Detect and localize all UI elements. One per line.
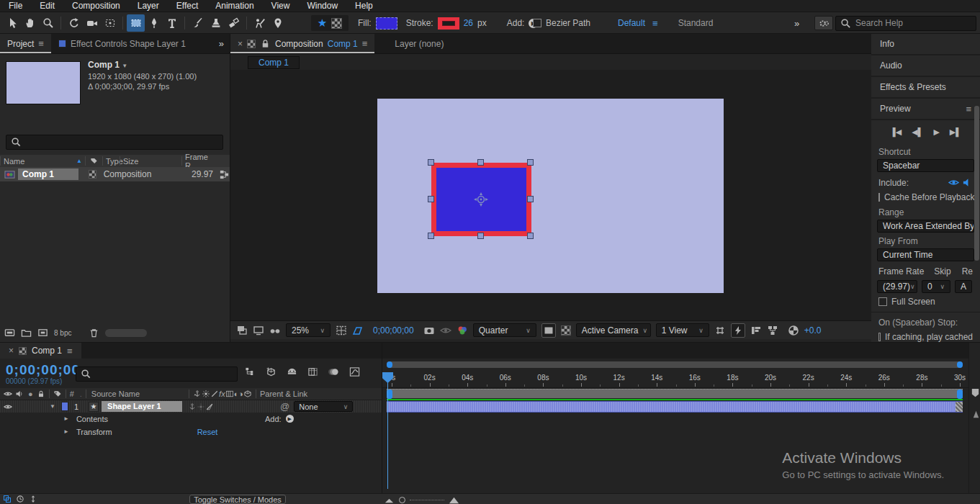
menu-item-layer[interactable]: Layer xyxy=(129,0,168,12)
help-search-input[interactable] xyxy=(855,18,971,28)
pen-tool[interactable] xyxy=(145,14,163,32)
handle-bottom-left[interactable] xyxy=(428,233,434,239)
channels-icon[interactable] xyxy=(457,325,468,336)
label-column-tag-icon[interactable] xyxy=(85,156,102,166)
panel-info-header[interactable]: Info xyxy=(871,34,980,54)
comp-flowchart-icon[interactable] xyxy=(767,325,778,336)
toggle-switches-modes-button[interactable]: Toggle Switches / Modes xyxy=(189,495,286,504)
frame-rate-dropdown[interactable]: (29.97)∨ xyxy=(877,280,917,293)
video-column-eye-icon[interactable] xyxy=(4,390,12,398)
timeline-button-icon[interactable] xyxy=(750,325,762,336)
expand-layer-pane-icon[interactable] xyxy=(3,495,12,503)
layer-collapse-icon[interactable] xyxy=(197,402,205,411)
include-video-eye-icon[interactable] xyxy=(948,177,959,188)
first-frame-button[interactable]: ▐◀ xyxy=(890,127,902,137)
fill-label[interactable]: Fill: xyxy=(358,18,372,28)
layer-quality-icon[interactable] xyxy=(205,402,214,411)
tab-timeline-comp1[interactable]: × Comp 1 ≡ xyxy=(0,343,81,359)
add-property-icon[interactable]: ▶ xyxy=(286,415,294,423)
selection-tool[interactable] xyxy=(3,14,21,32)
number-column-label[interactable]: # xyxy=(70,390,74,398)
camera-tool[interactable] xyxy=(83,14,101,32)
handle-top-center[interactable] xyxy=(477,159,484,166)
layer-duration-bar[interactable] xyxy=(387,401,963,413)
project-search-input[interactable] xyxy=(26,138,218,148)
timeline-horizontal-scrollbar[interactable] xyxy=(387,361,963,368)
zoom-out-mountain-icon[interactable] xyxy=(384,495,395,504)
comp-button-icon[interactable] xyxy=(971,409,980,420)
close-icon[interactable]: × xyxy=(9,346,14,356)
preview-resolution-dropdown[interactable]: A xyxy=(955,280,972,293)
work-area-end-handle[interactable] xyxy=(957,390,963,399)
handle-top-left[interactable] xyxy=(428,159,434,166)
layer-name[interactable]: Shape Layer 1 xyxy=(102,401,182,412)
puppet-pin-tool[interactable] xyxy=(269,14,287,32)
brush-tool[interactable] xyxy=(189,14,207,32)
frame-blending-icon[interactable] xyxy=(307,366,318,377)
layer-visibility-eye-icon[interactable] xyxy=(4,402,12,411)
if-caching-checkbox[interactable] xyxy=(878,333,881,341)
grid-guides-icon[interactable] xyxy=(336,325,347,336)
zoom-in-mountain-icon[interactable] xyxy=(449,495,459,504)
flowchart-icon[interactable] xyxy=(219,169,230,180)
layer-expand-icon[interactable]: ▼ xyxy=(50,403,55,410)
panel-effects-presets-header[interactable]: Effects & Presets xyxy=(871,77,980,97)
transparency-checker-icon[interactable] xyxy=(331,18,342,29)
lock-icon[interactable] xyxy=(260,38,271,49)
menu-item-help[interactable]: Help xyxy=(346,0,382,12)
magnification-dropdown[interactable]: 25%∨ xyxy=(286,323,331,337)
new-folder-icon[interactable] xyxy=(21,328,32,338)
resolution-dropdown[interactable]: Quarter∨ xyxy=(473,323,536,337)
current-timecode[interactable]: 0;00;00;00 xyxy=(6,362,80,378)
stroke-label[interactable]: Stroke: xyxy=(406,18,433,28)
view-layout-dropdown[interactable]: 1 View∨ xyxy=(656,323,709,337)
table-row-comp1[interactable]: Comp 1 Composition 29.97 xyxy=(0,167,230,181)
handle-bottom-center[interactable] xyxy=(477,233,484,239)
comp-sub-tab[interactable]: Comp 1 xyxy=(248,56,300,69)
row-comp-name[interactable]: Comp 1 xyxy=(18,168,78,180)
menu-item-animation[interactable]: Animation xyxy=(207,0,262,12)
panel-menu-icon[interactable]: ≡ xyxy=(38,38,44,49)
time-ruler[interactable]: 0s02s04s06s08s10s12s14s16s18s20s22s24s26… xyxy=(382,372,968,388)
layer-bar-end-cap[interactable] xyxy=(956,402,963,412)
workspace-default-tab[interactable]: Default xyxy=(618,18,645,28)
show-snapshot-icon[interactable] xyxy=(440,325,451,336)
pan-behind-tool[interactable] xyxy=(101,14,119,32)
stroke-width-value[interactable]: 26 xyxy=(464,18,473,28)
menu-item-edit[interactable]: Edit xyxy=(31,0,63,12)
star-icon[interactable]: ★ xyxy=(318,17,327,30)
bit-depth-label[interactable]: 8 bpc xyxy=(54,329,71,337)
panel-preview-header[interactable]: Preview ≡ xyxy=(871,99,980,119)
source-name-column-label[interactable]: Source Name xyxy=(91,390,140,398)
close-icon[interactable]: × xyxy=(238,39,243,49)
menu-item-file[interactable]: File xyxy=(0,0,31,12)
audio-column-speaker-icon[interactable] xyxy=(15,390,24,398)
view-dropdown[interactable]: Active Camera∨ xyxy=(576,323,651,337)
contents-expand-icon[interactable]: ► xyxy=(63,415,69,422)
include-audio-speaker-icon[interactable] xyxy=(962,177,973,188)
comp-canvas[interactable] xyxy=(377,99,724,293)
label-column-tag-icon[interactable] xyxy=(53,390,62,398)
tab-composition[interactable]: × Composition Comp 1 ≡ xyxy=(230,34,374,53)
layer-row-shape-layer-1[interactable]: ▼ 1 ★ Shape Layer 1 @ None ∨ xyxy=(0,400,382,413)
layer-label-chip[interactable] xyxy=(61,402,68,411)
comp-name[interactable]: Comp 1 xyxy=(88,60,120,70)
comp-name-dropdown-icon[interactable]: ▼ xyxy=(122,63,127,69)
workspace-settings-icon[interactable] xyxy=(814,16,833,30)
sidebar-scrollbar[interactable] xyxy=(974,106,979,261)
stroke-swatch[interactable] xyxy=(438,17,459,30)
handle-top-right[interactable] xyxy=(527,159,534,166)
solo-column-icon[interactable]: ● xyxy=(28,390,33,398)
exposure-value[interactable]: +0.0 xyxy=(804,325,822,336)
column-header-type[interactable]: Type xyxy=(102,156,120,166)
transform-row[interactable]: ► Transform Reset xyxy=(0,426,382,438)
column-header-frame-r[interactable]: Frame R... xyxy=(181,156,213,166)
column-header-size[interactable]: Size xyxy=(120,156,181,166)
play-button[interactable]: ▶ xyxy=(933,127,939,137)
sort-ascending-icon[interactable]: ▲ xyxy=(76,158,82,164)
pick-whip-icon[interactable]: @ xyxy=(280,401,289,412)
bezier-path-checkbox[interactable] xyxy=(533,19,541,27)
parent-dropdown[interactable]: None ∨ xyxy=(294,401,353,412)
panel-menu-icon[interactable]: ≡ xyxy=(362,38,368,49)
window-stack-icon[interactable] xyxy=(236,325,248,336)
